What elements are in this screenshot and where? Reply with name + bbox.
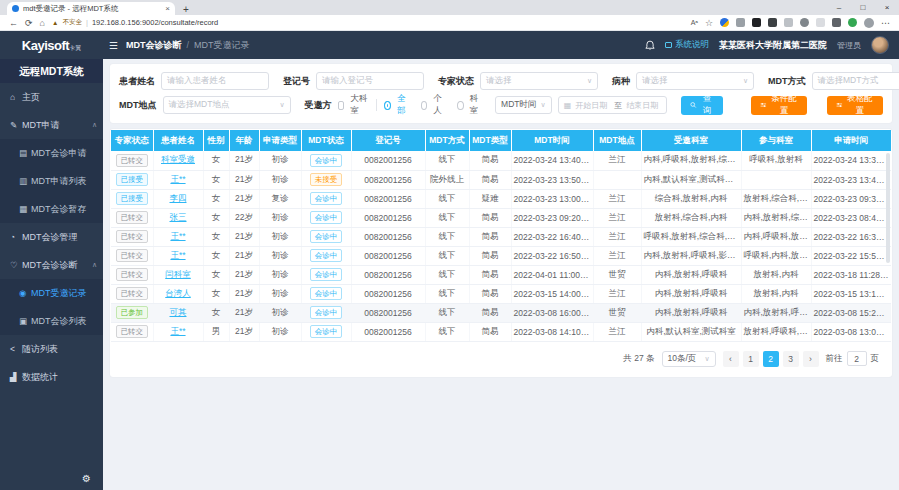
- page-size-select[interactable]: 10条/页 ∨: [662, 351, 716, 367]
- refresh-icon[interactable]: ⟳: [25, 18, 33, 28]
- mdt-location-label: MDT地点: [119, 99, 157, 112]
- system-note-link[interactable]: 系统说明: [665, 39, 709, 51]
- more-icon[interactable]: ⋯: [881, 18, 890, 28]
- date-range-input[interactable]: ▦ 开始日期 至 结束日期: [558, 96, 668, 114]
- mdt-status-badge: 会诊中: [310, 287, 343, 300]
- radio-personal-label: 个人: [433, 93, 445, 117]
- table-scrollbar[interactable]: [886, 153, 890, 263]
- sidebar-item-mdt-consult-draft[interactable]: ▦MDT会诊暂存: [0, 195, 103, 223]
- patient-name-link[interactable]: 王**: [170, 174, 185, 184]
- patient-name-link[interactable]: 李四: [170, 193, 187, 203]
- cell-apply-type: 初诊: [259, 151, 301, 170]
- sidebar-item-mdt-consult-list[interactable]: ▣MDT会诊列表: [0, 307, 103, 335]
- extension-icon[interactable]: [800, 18, 809, 27]
- browser-tab[interactable]: mdt受邀记录 - 远程MDT系统 ×: [7, 2, 175, 15]
- major-dept-checkbox[interactable]: [338, 101, 345, 110]
- column-header-apply-type: 申请类型: [259, 130, 301, 151]
- user-role: 管理员: [837, 40, 861, 51]
- patient-name-link[interactable]: 可其: [170, 307, 187, 317]
- reader-icon[interactable]: Aᵃ: [691, 19, 698, 26]
- tab-close-icon[interactable]: ×: [165, 4, 170, 13]
- disease-select[interactable]: 请选择∨: [636, 72, 754, 90]
- extension-icon[interactable]: [848, 18, 857, 27]
- extension-icon[interactable]: [752, 18, 761, 27]
- table-header-row: 专家状态患者姓名性别年龄申请类型MDT状态登记号MDT方式MDT类型MDT时间M…: [111, 130, 891, 151]
- gear-icon[interactable]: ⚙: [82, 473, 91, 484]
- next-page-button[interactable]: ›: [803, 351, 819, 367]
- extension-icon[interactable]: [720, 18, 729, 27]
- page-button-3[interactable]: 3: [783, 351, 799, 367]
- patient-name-link[interactable]: 张三: [170, 212, 187, 222]
- cell-apply-time: 2022-03-23 08:49:53: [811, 208, 891, 227]
- column-header-age: 年龄: [229, 130, 259, 151]
- url-field[interactable]: ▲ 不安全 | 192.168.0.156:9002/consultate/re…: [52, 18, 684, 27]
- favorite-star-icon[interactable]: ☆: [705, 18, 713, 28]
- close-icon[interactable]: ×: [875, 3, 899, 12]
- browser-profile-avatar[interactable]: [864, 18, 874, 28]
- patient-name-link[interactable]: 台湾人: [165, 288, 191, 298]
- new-tab-button[interactable]: +: [183, 4, 189, 15]
- sidebar-item-mdt-manage[interactable]: ◔MDT会诊管理: [0, 223, 103, 251]
- cell-register-no: 0082001256: [351, 246, 425, 265]
- maximize-icon[interactable]: □: [851, 3, 875, 12]
- cell-mdt-status: 会诊中: [301, 189, 351, 208]
- cell-mdt-type: 简易: [469, 303, 511, 322]
- sidebar-item-label: MDT会诊管理: [22, 231, 78, 244]
- mdt-mode-select[interactable]: 请选择MDT方式∨: [812, 72, 899, 90]
- extension-icon[interactable]: [832, 18, 841, 27]
- page-button-1[interactable]: 1: [743, 351, 759, 367]
- patient-name-input[interactable]: 请输入患者姓名: [161, 72, 269, 90]
- back-icon[interactable]: ←: [9, 18, 18, 28]
- search-button[interactable]: 查询: [681, 96, 723, 115]
- hospital-name: 某某医科大学附属第二医院: [719, 39, 827, 52]
- page-button-2[interactable]: 2: [763, 351, 779, 367]
- radio-personal[interactable]: [421, 101, 428, 110]
- sidebar-item-data-stats[interactable]: ▟数据统计: [0, 363, 103, 391]
- expert-status-select[interactable]: 请选择∨: [480, 72, 598, 90]
- patient-name-link[interactable]: 王**: [170, 326, 185, 336]
- home-nav-icon[interactable]: ⌂: [40, 18, 45, 28]
- split-screen-icon[interactable]: [816, 18, 825, 27]
- extension-icon[interactable]: [736, 18, 745, 27]
- sidebar-item-mdt-diagnosis[interactable]: ♡MDT会诊诊断∧: [0, 251, 103, 279]
- extension-icon[interactable]: [784, 18, 793, 27]
- mdt-time-select[interactable]: MDT时间 ∨: [495, 96, 552, 114]
- table-config-button[interactable]: 表格配置: [827, 96, 883, 115]
- sidebar-item-mdt-invite-record[interactable]: ◉MDT受邀记录: [0, 279, 103, 307]
- patient-name-link[interactable]: 科室受邀: [161, 154, 195, 164]
- sidebar-item-mdt-consult-apply[interactable]: ▤MDT会诊申请: [0, 139, 103, 167]
- records-table: 专家状态患者姓名性别年龄申请类型MDT状态登记号MDT方式MDT类型MDT时间M…: [111, 130, 891, 342]
- table-body: 已转交科室受邀女21岁初诊会诊中0082001256线下简易2022-03-24…: [111, 151, 891, 341]
- condition-config-button[interactable]: 条件配置: [751, 96, 807, 115]
- menu-collapse-icon[interactable]: ☰: [109, 40, 118, 51]
- patient-name-link[interactable]: 闫科室: [165, 269, 191, 279]
- sidebar-item-follow-up-list[interactable]: <随访列表: [0, 335, 103, 363]
- cell-participating-depts: 放射科,综合科,内科: [741, 189, 811, 208]
- patient-name-link[interactable]: 王**: [170, 231, 185, 241]
- register-no-input[interactable]: 请输入登记号: [316, 72, 424, 90]
- disease-label: 病种: [612, 75, 630, 88]
- mdt-location-select[interactable]: 请选择MDT地点 ∨: [163, 96, 291, 114]
- prev-page-button[interactable]: ‹: [723, 351, 739, 367]
- screen: mdt受邀记录 - 远程MDT系统 × + – □ × ← ⟳ ⌂ ▲ 不安全 …: [0, 0, 899, 490]
- bell-icon[interactable]: [645, 40, 655, 51]
- extension-icon[interactable]: [768, 18, 777, 27]
- app-header: Kayisoft卡翼 ☰ MDT会诊诊断 / MDT受邀记录 系统说明 某某医科…: [0, 31, 899, 59]
- minimize-icon[interactable]: –: [827, 3, 851, 12]
- cell-age: 21岁: [229, 170, 259, 189]
- goto-page-input[interactable]: 2: [847, 351, 867, 366]
- cell-mdt-time: 2022-03-08 16:00:00: [511, 303, 593, 322]
- cell-mdt-mode: 线下: [425, 151, 469, 170]
- sidebar-item-mdt-apply[interactable]: ✎MDT申请∧: [0, 111, 103, 139]
- radio-all[interactable]: [384, 101, 391, 110]
- chart-icon: ▟: [10, 372, 22, 382]
- sidebar-item-label: MDT申请列表: [31, 175, 87, 188]
- sidebar-item-mdt-apply-list[interactable]: ▥MDT申请列表: [0, 167, 103, 195]
- radio-department[interactable]: [457, 101, 464, 110]
- warning-icon: ▲: [52, 19, 58, 26]
- user-avatar[interactable]: [871, 36, 889, 54]
- sidebar-item-home[interactable]: ⌂主页: [0, 83, 103, 111]
- table-row: 已转交科室受邀女21岁初诊会诊中0082001256线下简易2022-03-24…: [111, 151, 891, 170]
- patient-name-link[interactable]: 王**: [170, 250, 185, 260]
- window-controls: – □ ×: [827, 0, 899, 15]
